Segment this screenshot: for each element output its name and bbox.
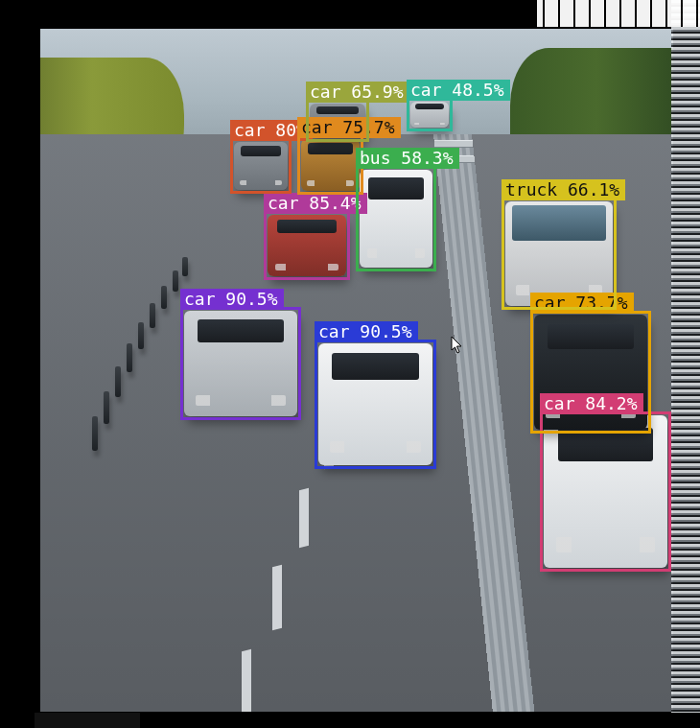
vehicle-car [544, 415, 667, 568]
bollard [92, 416, 98, 451]
stage: car 90.5%car 90.5%car 85.4%car 84.2%car … [0, 0, 700, 728]
vehicle-car [268, 215, 346, 276]
bollard [161, 286, 167, 309]
bollard [104, 391, 109, 424]
bottom-edge-artifact [0, 713, 700, 728]
video-frame: car 90.5%car 90.5%car 85.4%car 84.2%car … [40, 29, 673, 712]
right-edge-artifact [671, 0, 700, 728]
bollard [182, 257, 188, 276]
lane-dash [299, 488, 309, 548]
lane-dash [242, 649, 251, 712]
vehicle-car [310, 104, 365, 138]
bollard [173, 270, 178, 292]
fps-overlay: FPS=18.18 [500, 2, 614, 26]
vehicle-car [318, 343, 432, 465]
lane-dash [272, 565, 282, 630]
vehicle-car [184, 311, 297, 416]
vehicle-car [234, 142, 288, 190]
bollard [127, 343, 132, 372]
vehicle-bus [360, 170, 432, 268]
vehicle-car [301, 139, 360, 191]
vehicle-truck [505, 201, 613, 306]
bollard [150, 303, 155, 328]
bollard [115, 366, 121, 397]
vehicle-car [534, 315, 647, 430]
fps-text: FPS=18.18 [500, 2, 614, 26]
vehicle-car [410, 102, 449, 128]
bollard [138, 322, 144, 349]
